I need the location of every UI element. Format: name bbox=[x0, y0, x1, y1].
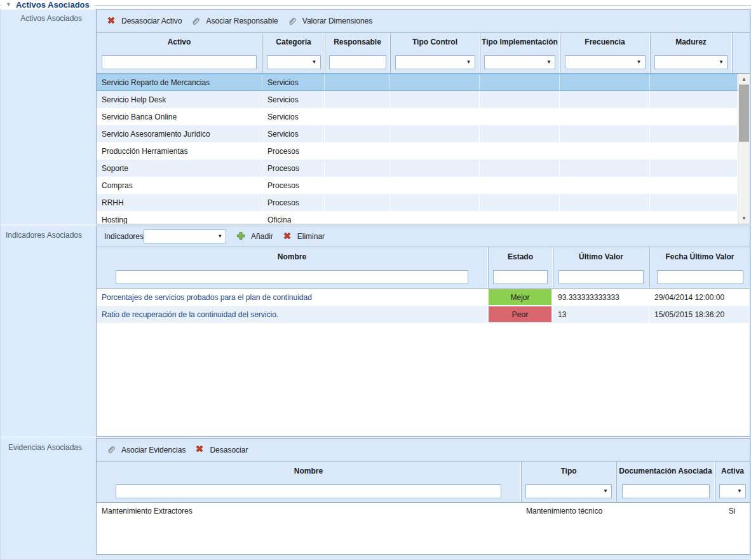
cell-frecuencia bbox=[560, 194, 650, 211]
indicator-row[interactable]: Porcentajes de servicios probados para e… bbox=[97, 289, 750, 306]
indicator-name-link[interactable]: Ratio de recuperación de la continuidad … bbox=[97, 306, 488, 323]
valorar-dimensiones-button[interactable]: Valorar Dimensiones bbox=[283, 13, 377, 30]
column-header-estado[interactable]: Estado bbox=[488, 247, 553, 266]
indicadores-select[interactable]: ▼ bbox=[144, 229, 226, 243]
filter-nombre-input[interactable] bbox=[116, 270, 468, 284]
desasociar-button[interactable]: Desasociar bbox=[190, 441, 252, 458]
cell-categoria: Oficina bbox=[262, 211, 325, 224]
column-header-nombre[interactable]: Nombre bbox=[97, 247, 488, 266]
scrollbar-thumb[interactable] bbox=[739, 85, 749, 142]
cell-activo: Soporte bbox=[97, 160, 262, 177]
vertical-scrollbar[interactable]: ▲ ▼ bbox=[738, 74, 750, 224]
cell-madurez bbox=[650, 91, 738, 108]
asociar-responsable-button[interactable]: Asociar Responsable bbox=[186, 13, 282, 30]
sidebar-label-evidencias: Evidencias Asociadas bbox=[1, 438, 96, 555]
filter-tipo-implementacion-select[interactable]: ▼ bbox=[484, 55, 555, 69]
indicadores-panel: Indicadores ▼ Añadir Eliminar Nombre Est… bbox=[96, 226, 750, 437]
filter-ultimo-valor-input[interactable] bbox=[558, 270, 644, 284]
activos-toolbar: Desasociar Activo Asociar Responsable Va… bbox=[97, 10, 750, 33]
column-header-ultimo-valor[interactable]: Último Valor bbox=[553, 247, 649, 266]
desasociar-activo-button[interactable]: Desasociar Activo bbox=[102, 13, 186, 30]
column-header-tipo-control[interactable]: Tipo Control bbox=[390, 33, 480, 51]
fieldset-body: Activos Asociados Desasociar Activo Asoc… bbox=[0, 9, 751, 560]
cell-tipo-control bbox=[390, 194, 480, 211]
column-header-nombre[interactable]: Nombre bbox=[97, 461, 521, 480]
cell-madurez bbox=[650, 160, 738, 177]
cell-fecha-ultimo-valor: 29/04/2014 12:00:00 bbox=[649, 289, 750, 306]
cell-ultimo-valor: 13 bbox=[553, 306, 649, 323]
chevron-down-icon: ▼ bbox=[312, 60, 317, 65]
cell-activo: Hosting bbox=[97, 211, 262, 224]
filter-activa-select[interactable]: ▼ bbox=[719, 484, 746, 498]
cell-tipo-implementacion bbox=[480, 91, 560, 108]
asset-row[interactable]: Servicio Help DeskServicios bbox=[97, 91, 738, 108]
filter-estado-input[interactable] bbox=[493, 270, 548, 284]
filter-nombre-input[interactable] bbox=[116, 484, 501, 498]
filter-documentacion-input[interactable] bbox=[622, 484, 710, 498]
scroll-up-icon[interactable]: ▲ bbox=[738, 74, 750, 85]
paperclip-icon bbox=[106, 444, 116, 456]
cell-madurez bbox=[650, 177, 738, 194]
cell-activo: Producción Herramientas bbox=[97, 142, 262, 160]
column-header-documentacion-asociada[interactable]: Documentación Asociada bbox=[616, 461, 715, 480]
collapse-caret-icon[interactable]: ▼ bbox=[6, 2, 11, 8]
asset-row[interactable]: Producción HerramientasProcesos bbox=[97, 142, 738, 160]
column-header-activa[interactable]: Activa bbox=[715, 461, 750, 480]
cell-categoria: Procesos bbox=[262, 142, 325, 160]
anadir-button[interactable]: Añadir bbox=[231, 228, 278, 245]
cell-tipo-implementacion bbox=[480, 194, 560, 211]
column-header-tipo[interactable]: Tipo bbox=[521, 461, 616, 480]
asset-row[interactable]: Servicio Reparto de MercanciasServicios bbox=[97, 74, 738, 91]
indicator-name-link[interactable]: Porcentajes de servicios probados para e… bbox=[97, 289, 488, 306]
eliminar-button[interactable]: Eliminar bbox=[278, 228, 329, 245]
chevron-down-icon: ▼ bbox=[546, 60, 551, 65]
column-header-activo[interactable]: Activo bbox=[97, 33, 262, 51]
cell-frecuencia bbox=[560, 142, 650, 160]
cell-frecuencia bbox=[560, 177, 650, 194]
column-header-madurez[interactable]: Madurez bbox=[650, 33, 732, 51]
cell-tipo-implementacion bbox=[480, 211, 560, 224]
filter-categoria-select[interactable]: ▼ bbox=[267, 55, 321, 69]
cell-responsable bbox=[325, 108, 390, 125]
cell-activa: Si bbox=[715, 503, 750, 519]
indicator-row[interactable]: Ratio de recuperación de la continuidad … bbox=[97, 306, 750, 323]
red-x-icon bbox=[282, 231, 292, 243]
filter-responsable-input[interactable] bbox=[329, 55, 386, 69]
evidencias-panel: Asociar Evidencias Desasociar Nombre Tip… bbox=[96, 438, 750, 555]
asset-row[interactable]: Servicio Banca OnlineServicios bbox=[97, 108, 738, 125]
filter-frecuencia-select[interactable]: ▼ bbox=[565, 55, 646, 69]
column-header-tipo-implementacion[interactable]: Tipo Implementación bbox=[480, 33, 560, 51]
filter-tipo-control-select[interactable]: ▼ bbox=[395, 55, 475, 69]
chevron-down-icon: ▼ bbox=[737, 489, 742, 494]
evidence-row[interactable]: Mantenimiento ExtractoresMantenimiento t… bbox=[97, 503, 750, 519]
chevron-down-icon: ▼ bbox=[719, 60, 724, 65]
cell-madurez bbox=[650, 125, 738, 142]
asociar-evidencias-button[interactable]: Asociar Evidencias bbox=[102, 441, 190, 458]
column-header-fecha-ultimo-valor[interactable]: Fecha Último Valor bbox=[649, 247, 750, 266]
filter-tipo-select[interactable]: ▼ bbox=[525, 484, 612, 498]
column-header-categoria[interactable]: Categoría bbox=[262, 33, 325, 51]
cell-tipo-control bbox=[390, 177, 480, 194]
column-header-responsable[interactable]: Responsable bbox=[325, 33, 390, 51]
cell-categoria: Procesos bbox=[262, 160, 325, 177]
estado-badge: Peor bbox=[488, 306, 552, 323]
asset-row[interactable]: SoporteProcesos bbox=[97, 160, 738, 177]
cell-tipo-implementacion bbox=[480, 108, 560, 125]
filter-activo-input[interactable] bbox=[102, 55, 257, 69]
scroll-down-icon[interactable]: ▼ bbox=[738, 213, 750, 224]
asset-row[interactable]: ComprasProcesos bbox=[97, 177, 738, 194]
asociar-evidencias-label: Asociar Evidencias bbox=[121, 446, 186, 454]
indicadores-table-body: Porcentajes de servicios probados para e… bbox=[97, 289, 750, 436]
indicadores-filter-row bbox=[97, 266, 750, 289]
filter-fecha-ultimo-valor-input[interactable] bbox=[657, 270, 743, 284]
cell-frecuencia bbox=[560, 91, 650, 108]
column-header-frecuencia[interactable]: Frecuencia bbox=[560, 33, 650, 51]
asset-row[interactable]: RRHHProcesos bbox=[97, 194, 738, 211]
asset-row[interactable]: HostingOficina bbox=[97, 211, 738, 224]
fieldset-title: Activos Asociados bbox=[16, 0, 90, 10]
filter-madurez-select[interactable]: ▼ bbox=[654, 55, 727, 69]
cell-activo: Servicio Asesoramiento Jurídico bbox=[97, 125, 262, 142]
sidebar-label-activos: Activos Asociados bbox=[1, 9, 96, 224]
cell-tipo-control bbox=[390, 108, 480, 125]
asset-row[interactable]: Servicio Asesoramiento JurídicoServicios bbox=[97, 125, 738, 142]
